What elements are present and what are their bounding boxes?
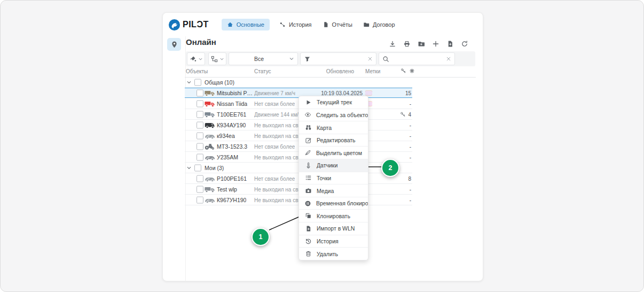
menu-item-label: Датчики <box>317 162 337 168</box>
object-name: МТЗ-1523.3 <box>217 143 247 150</box>
object-checkbox[interactable] <box>197 89 203 96</box>
download-button[interactable] <box>389 40 396 50</box>
gear-icon[interactable] <box>409 68 415 74</box>
object-checkbox[interactable] <box>197 121 203 128</box>
vehicle-truck-icon <box>204 111 216 118</box>
trash-icon <box>304 250 312 257</box>
vehicle-car-icon <box>204 196 216 203</box>
menu-item-map[interactable]: Карта <box>299 121 368 134</box>
edit-icon <box>304 137 312 144</box>
collapse-group-icon[interactable] <box>186 80 192 85</box>
menu-item-current-track[interactable]: Текущий трек <box>299 96 368 109</box>
play-icon <box>304 99 312 106</box>
object-checkbox[interactable] <box>197 143 203 150</box>
group-checkbox[interactable] <box>194 79 201 86</box>
color-filter-button[interactable] <box>187 52 205 65</box>
menu-item-temp-block[interactable]: Временная блокировка <box>299 197 368 210</box>
vehicle-truck-icon <box>204 186 216 193</box>
object-checkbox[interactable] <box>197 132 203 139</box>
object-checkbox[interactable] <box>197 153 203 160</box>
group-checkbox[interactable] <box>194 164 201 171</box>
tab-label: Основные <box>237 21 264 28</box>
tab-main[interactable]: Основные <box>222 19 270 30</box>
object-name: P100PE161 <box>217 175 247 182</box>
tree-icon <box>211 56 218 63</box>
menu-item-label: Редактировать <box>317 137 356 143</box>
column-updated[interactable]: Обновлено <box>326 68 354 74</box>
map-pin-icon <box>170 41 178 49</box>
menu-item-highlight-color[interactable]: Выделить цветом <box>299 146 368 159</box>
fileplus-icon <box>446 40 454 48</box>
object-status: Движение 144 км/ч <box>254 111 301 117</box>
callout-2: 2 <box>381 159 399 177</box>
add-object-button[interactable] <box>432 40 439 50</box>
search-input[interactable] <box>379 52 455 65</box>
tab-label: История <box>289 21 312 28</box>
object-checkbox[interactable] <box>197 100 203 107</box>
object-status: Нет связи более <box>254 143 295 149</box>
tab-contract[interactable]: Договор <box>362 19 396 30</box>
column-objects[interactable]: Объекты <box>186 68 208 74</box>
vehicle-car-icon <box>204 153 216 160</box>
menu-item-sensors[interactable]: Датчики <box>299 159 368 172</box>
key-icon[interactable] <box>400 68 406 74</box>
menu-item-clone[interactable]: Клонировать <box>299 209 368 222</box>
print-button[interactable] <box>403 40 411 50</box>
menu-item-label: Клонировать <box>317 213 350 219</box>
group-row[interactable]: Общая (10) <box>185 77 412 88</box>
tab-label: Договор <box>373 21 395 28</box>
object-status: Движение 7 км/ч <box>254 90 295 96</box>
menu-item-delete[interactable]: Удалить <box>299 247 368 260</box>
panel-title: Онлайн <box>186 37 216 47</box>
panel-toolbar <box>389 40 468 50</box>
map-button[interactable] <box>167 38 181 51</box>
chevron-down-icon <box>198 57 203 62</box>
object-checkbox[interactable] <box>197 175 203 182</box>
column-status[interactable]: Статус <box>254 68 271 74</box>
object-checkbox[interactable] <box>197 111 203 118</box>
object-count: 4 <box>391 111 411 117</box>
menu-item-label: Выделить цветом <box>316 150 362 156</box>
route-icon <box>279 21 286 28</box>
search-icon <box>382 56 389 63</box>
collapse-group-icon[interactable] <box>186 165 192 171</box>
file-icon <box>323 21 329 28</box>
tab-history[interactable]: История <box>278 19 313 30</box>
vehicle-truck-icon <box>204 100 216 107</box>
menu-item-history[interactable]: История <box>299 235 368 248</box>
tab-reports[interactable]: Отчёты <box>321 19 354 30</box>
menu-item-label: Импорт в WLN <box>317 225 355 232</box>
import-file-button[interactable] <box>446 40 454 50</box>
menu-item-points[interactable]: Точки <box>299 172 368 185</box>
object-count: 8 <box>391 175 411 181</box>
clear-search-icon[interactable] <box>446 56 451 62</box>
object-name: к934еа <box>217 133 235 139</box>
left-sidebar <box>163 36 186 281</box>
menu-item-edit[interactable]: Редактировать <box>299 134 368 147</box>
eye-icon <box>304 111 311 118</box>
object-name: К934АУ190 <box>217 122 246 128</box>
menu-item-import-wln[interactable]: Импорт в WLN <box>299 222 368 235</box>
tab-label: Отчёты <box>332 21 352 28</box>
chevron-right-icon <box>367 150 368 156</box>
vehicle-tractor-icon <box>204 143 216 150</box>
menu-item-media[interactable]: Медиа <box>299 184 368 197</box>
object-checkbox[interactable] <box>197 186 203 193</box>
filter-bar: Все <box>186 51 475 66</box>
download-icon <box>389 40 396 48</box>
menu-item-follow-object[interactable]: Следить за объектом <box>299 109 368 121</box>
tag-swatch <box>365 90 372 95</box>
filter-input[interactable] <box>300 52 376 65</box>
object-name: T100EE761 <box>217 111 246 118</box>
plus-icon <box>432 40 439 48</box>
group-select[interactable]: Все <box>229 52 298 65</box>
clear-filter-icon[interactable] <box>367 56 373 62</box>
menu-item-label: Медиа <box>317 188 334 194</box>
refresh-button[interactable] <box>461 40 468 50</box>
column-labels[interactable]: Метки <box>365 68 380 74</box>
add-group-button[interactable] <box>418 40 425 50</box>
feather-icon <box>304 149 311 156</box>
list-icon <box>304 174 312 181</box>
group-view-button[interactable] <box>208 52 226 65</box>
object-checkbox[interactable] <box>197 196 203 203</box>
